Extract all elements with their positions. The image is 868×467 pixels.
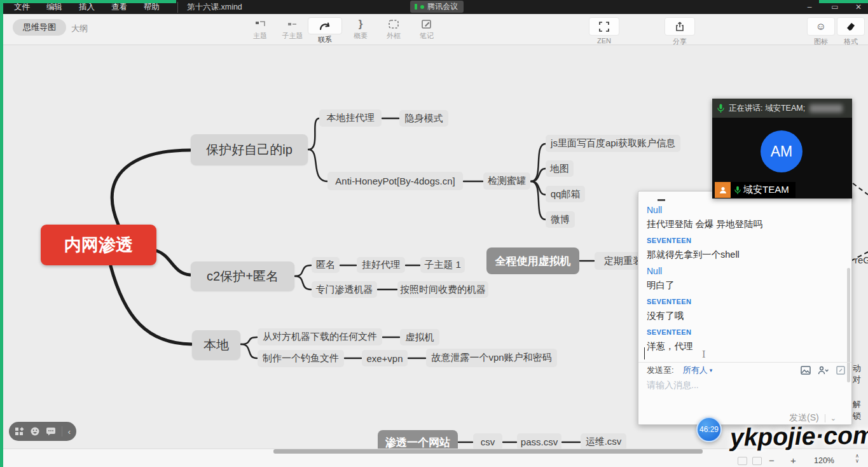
meeting-timer-bubble[interactable]: 46:29 bbox=[696, 417, 722, 442]
mindmap-node[interactable]: 挂好代理 bbox=[357, 257, 405, 273]
chat-text: 洋葱，代理 bbox=[647, 340, 840, 352]
zen-mode-button[interactable]: ZEN bbox=[589, 17, 619, 45]
summary-button[interactable]: } 概要 bbox=[343, 17, 378, 41]
send-options-caret-icon[interactable]: ⌄ bbox=[825, 414, 836, 422]
boundary-icon bbox=[376, 17, 411, 31]
document-title: 第十六课.xmind bbox=[177, 2, 242, 13]
mention-person-icon[interactable] bbox=[818, 366, 829, 375]
canvas-tools-pill[interactable]: ‹ bbox=[9, 422, 76, 441]
meeting-signal-icon bbox=[415, 4, 417, 10]
chat-message: Null明白了 bbox=[647, 266, 840, 291]
image-attach-icon[interactable] bbox=[801, 366, 811, 375]
mindmap-node[interactable]: csv bbox=[473, 433, 502, 450]
ibeam-cursor: I bbox=[702, 349, 706, 359]
mindmap-node[interactable]: js里面写百度api获取账户信息 bbox=[546, 135, 680, 152]
mindmap-node[interactable]: c2保护+匿名 bbox=[191, 261, 294, 291]
speaking-label: 正在讲话: 域安TEAM; bbox=[729, 103, 805, 114]
smiley-icon[interactable] bbox=[30, 426, 40, 436]
relationship-button[interactable]: 联系 bbox=[308, 17, 342, 45]
watermark: ykpojie·com bbox=[730, 421, 868, 452]
edge-fragment-text: reG bbox=[855, 254, 868, 265]
mindmap-node[interactable]: 虚拟机 bbox=[400, 329, 439, 345]
relationship-icon bbox=[315, 19, 335, 32]
boundary-button[interactable]: 外框 bbox=[376, 17, 411, 41]
format-brush-icon bbox=[846, 22, 856, 32]
mindmap-node[interactable]: 地图 bbox=[546, 160, 574, 177]
mindmap-node[interactable]: 子主题 1 bbox=[420, 257, 465, 273]
chat-input[interactable]: 请输入消息... bbox=[647, 380, 699, 391]
mindmap-node[interactable]: 从对方机器下载的任何文件 bbox=[258, 328, 382, 345]
chat-message: Null挂代理登陆 会爆 异地登陆吗 bbox=[647, 205, 840, 230]
mindmap-node[interactable]: 微博 bbox=[546, 211, 575, 228]
mindmap-node[interactable]: 制作一个钓鱼文件 bbox=[258, 350, 344, 367]
mindmap-node[interactable]: 检测蜜罐 bbox=[483, 172, 530, 190]
mindmap-node[interactable]: 隐身模式 bbox=[399, 110, 448, 127]
tencent-meeting-pill[interactable]: 腾讯会议 bbox=[410, 1, 464, 13]
toolbar: 思维导图 大纲 主题 子主题 联系 } 概要 bbox=[0, 14, 868, 45]
mindmap-node[interactable]: Anti-HoneyPot[By-4dogs.cn] bbox=[327, 172, 463, 190]
menu-help[interactable]: 帮助 bbox=[144, 2, 160, 13]
meeting-status-dot-icon bbox=[420, 5, 424, 9]
chat-text: 明白了 bbox=[647, 279, 840, 291]
mindmap-node[interactable]: exe+vpn bbox=[362, 350, 408, 366]
notes-icon bbox=[410, 17, 444, 31]
mindmap-node[interactable]: 专门渗透机器 bbox=[312, 281, 377, 298]
notes-button[interactable]: 笔记 bbox=[410, 17, 444, 41]
chat-message: SEVENTEEN没有了哦 bbox=[647, 296, 840, 322]
shapes-icon[interactable] bbox=[15, 427, 24, 436]
chat-sender: SEVENTEEN bbox=[647, 327, 840, 338]
mindmap-node[interactable]: 本地挂代理 bbox=[319, 109, 382, 127]
share-button[interactable]: 分享 bbox=[665, 17, 695, 46]
collapse-chevron-icon[interactable]: ‹ bbox=[68, 427, 71, 436]
chat-sender: Null bbox=[647, 205, 840, 216]
mindmap-node[interactable]: 按照时间收费的机器 bbox=[397, 281, 488, 298]
format-button[interactable]: 格式 bbox=[837, 17, 865, 46]
menu-insert[interactable]: 插入 bbox=[79, 2, 95, 13]
divider bbox=[62, 426, 62, 436]
topic-button[interactable]: 主题 bbox=[243, 17, 277, 41]
mindmap-node[interactable]: qq邮箱 bbox=[546, 186, 585, 202]
screenshot-icon[interactable] bbox=[836, 366, 845, 375]
stickers-button[interactable]: ☺ 图标 bbox=[807, 17, 835, 46]
fit-window-button[interactable]: ∧∨ bbox=[855, 454, 859, 464]
chat-message: SEVENTEEN那就得先拿到一个shell bbox=[647, 235, 840, 261]
tab-outline[interactable]: 大纲 bbox=[71, 23, 88, 34]
subtopic-button[interactable]: 子主题 bbox=[275, 17, 310, 41]
horizontal-scrollbar[interactable] bbox=[273, 449, 703, 454]
mindmap-node[interactable]: 匿名 bbox=[312, 257, 340, 273]
chevron-down-icon: ▾ bbox=[710, 367, 713, 373]
pin-icon[interactable] bbox=[752, 457, 762, 465]
mindmap-node[interactable]: 内网渗透 bbox=[41, 225, 156, 265]
zen-icon bbox=[599, 22, 609, 32]
send-to-label: 发送至: bbox=[647, 365, 674, 376]
mindmap-node[interactable]: 本地 bbox=[192, 330, 240, 359]
menu-view[interactable]: 查看 bbox=[111, 2, 127, 13]
share-border-top-left bbox=[0, 0, 176, 3]
menu-file[interactable]: 文件 bbox=[14, 2, 30, 13]
mindmap-node[interactable]: pass.csv bbox=[517, 433, 561, 450]
send-to-dropdown[interactable]: 所有人 bbox=[683, 365, 708, 376]
zoom-out-button[interactable]: − bbox=[769, 455, 775, 466]
share-icon bbox=[675, 21, 685, 32]
chat-text: 挂代理登陆 会爆 异地登陆吗 bbox=[647, 218, 840, 230]
comment-icon[interactable] bbox=[46, 427, 56, 436]
chat-message-list[interactable]: Null挂代理登陆 会爆 异地登陆吗SEVENTEEN那就得先拿到一个shell… bbox=[647, 205, 840, 358]
chat-text: 那就得先拿到一个shell bbox=[647, 249, 840, 261]
zoom-in-button[interactable]: + bbox=[790, 455, 796, 466]
mindmap-node[interactable]: 故意泄露一个vpn账户和密码 bbox=[426, 349, 557, 367]
meeting-video-window[interactable]: 正在讲话: 域安TEAM; AM 域安TEAM bbox=[712, 99, 852, 199]
mic-icon bbox=[717, 104, 724, 113]
participant-name-tag: 域安TEAM bbox=[715, 182, 796, 198]
zoom-level[interactable]: 120% bbox=[814, 456, 834, 465]
chat-sender: SEVENTEEN bbox=[647, 235, 840, 246]
overview-icon[interactable] bbox=[738, 457, 747, 465]
mindmap-node[interactable]: 全程使用虚拟机 bbox=[486, 247, 579, 274]
chat-footer: 发送至: 所有人 ▾ bbox=[638, 362, 851, 377]
minimize-button[interactable]: – bbox=[800, 0, 819, 14]
edge-fragment-text: 动对 bbox=[853, 363, 868, 386]
chat-message: SEVENTEEN洋葱，代理 bbox=[647, 327, 840, 352]
mindmap-node[interactable]: 运维.csv bbox=[581, 433, 626, 450]
menu-edit[interactable]: 编辑 bbox=[46, 2, 62, 13]
mindmap-node[interactable]: 保护好自己的ip bbox=[191, 134, 308, 165]
tab-mindmap[interactable]: 思维导图 bbox=[13, 19, 66, 36]
